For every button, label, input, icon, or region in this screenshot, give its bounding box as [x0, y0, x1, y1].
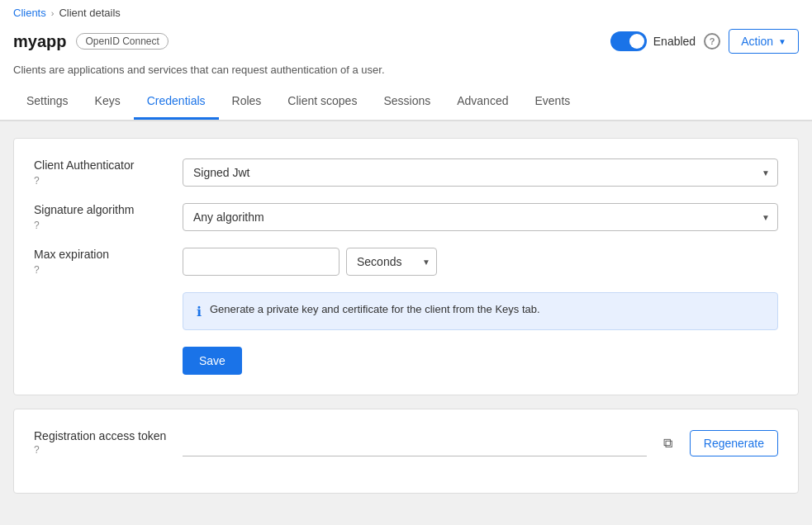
info-box: ℹ Generate a private key and certificate…	[183, 292, 778, 330]
enabled-label: Enabled	[653, 35, 696, 48]
openid-connect-badge: OpenID Connect	[76, 33, 168, 50]
client-authenticator-row: Client Authenticator ? Signed Jwt Client…	[34, 158, 778, 187]
client-authenticator-help-icon[interactable]: ?	[34, 175, 183, 187]
save-button[interactable]: Save	[183, 347, 242, 375]
credentials-card: Client Authenticator ? Signed Jwt Client…	[13, 138, 799, 395]
enabled-toggle[interactable]	[610, 31, 647, 51]
app-description: Clients are applications and services th…	[13, 64, 385, 76]
tab-roles[interactable]: Roles	[219, 84, 275, 120]
tab-keys[interactable]: Keys	[82, 84, 134, 120]
info-icon: ℹ	[197, 304, 202, 319]
client-authenticator-label: Client Authenticator	[34, 158, 183, 172]
signature-algorithm-help-icon[interactable]: ?	[34, 220, 183, 231]
copy-button[interactable]: ⧉	[655, 430, 681, 456]
tab-settings[interactable]: Settings	[13, 84, 82, 120]
tab-sessions[interactable]: Sessions	[370, 84, 444, 120]
max-expiration-input[interactable]	[183, 248, 340, 276]
registration-token-label: Registration access token	[34, 429, 183, 442]
client-authenticator-select[interactable]: Signed Jwt Client Id and Secret X509 Cer…	[183, 158, 778, 187]
registration-token-input[interactable]	[183, 429, 647, 456]
registration-token-row: Registration access token ? ⧉ Regenerate	[34, 429, 778, 456]
app-name: myapp	[13, 32, 66, 51]
breadcrumb-separator: ›	[51, 8, 55, 18]
tab-client-scopes[interactable]: Client scopes	[274, 84, 370, 120]
info-text: Generate a private key and certificate f…	[210, 303, 540, 315]
signature-algorithm-select[interactable]: Any algorithm RS256 RS384 RS512 ES256 ES…	[183, 203, 778, 231]
tab-credentials[interactable]: Credentials	[134, 84, 219, 120]
seconds-select[interactable]: Seconds Minutes Hours Days	[346, 248, 437, 276]
client-authenticator-select-wrap: Signed Jwt Client Id and Secret X509 Cer…	[183, 158, 778, 187]
signature-algorithm-select-wrap: Any algorithm RS256 RS384 RS512 ES256 ES…	[183, 203, 778, 231]
action-label: Action	[741, 35, 773, 48]
breadcrumb-clients-link[interactable]: Clients	[13, 7, 46, 19]
max-expiration-label: Max expiration	[34, 248, 183, 261]
tab-advanced[interactable]: Advanced	[444, 84, 521, 120]
signature-algorithm-label: Signature algorithm	[34, 203, 183, 216]
action-button[interactable]: Action ▼	[729, 29, 799, 54]
action-chevron-icon: ▼	[778, 37, 786, 46]
help-icon[interactable]: ?	[704, 33, 720, 50]
max-expiration-row: Max expiration ? Seconds Minutes Hours D…	[34, 248, 778, 276]
registration-token-help-icon[interactable]: ?	[34, 444, 183, 456]
regenerate-button[interactable]: Regenerate	[690, 430, 778, 456]
tabs-nav: Settings Keys Credentials Roles Client s…	[0, 84, 812, 121]
signature-algorithm-row: Signature algorithm ? Any algorithm RS25…	[34, 203, 778, 231]
max-expiration-help-icon[interactable]: ?	[34, 264, 183, 276]
breadcrumb-current: Client details	[59, 7, 120, 19]
registration-card: Registration access token ? ⧉ Regenerate	[13, 409, 799, 494]
seconds-select-wrap: Seconds Minutes Hours Days	[346, 248, 437, 276]
tab-events[interactable]: Events	[521, 84, 583, 120]
